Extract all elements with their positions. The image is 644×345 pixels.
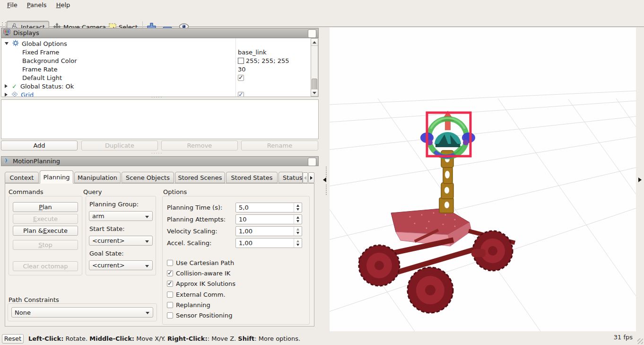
rename-display-button[interactable]: Rename [241,141,318,150]
collapse-arrow-icon[interactable] [5,93,8,97]
tab-stored-states[interactable]: Stored States [226,172,278,183]
tree-item-label: Global Status: Ok [20,83,74,90]
grid-checkbox[interactable] [238,92,244,97]
duplicate-display-button[interactable]: Duplicate [81,141,158,150]
frame-rate-value[interactable]: 30 [238,65,309,73]
spin-arrows[interactable] [294,215,302,224]
stop-button[interactable]: Stop [13,240,78,250]
scrollbar-up-button[interactable] [311,39,318,46]
menu-help[interactable]: Help [52,1,75,9]
rviz-window: File Panels Help Interact Move Camera Se… [0,0,644,345]
remove-display-button[interactable]: Remove [161,141,238,150]
motionplanning-icon [3,157,10,165]
scrollbar-down-button[interactable] [311,89,318,96]
motionplanning-panel-title: MotionPlanning [13,158,60,165]
menu-bar: File Panels Help [0,0,644,9]
approx-ik-solutions-option[interactable]: Approx IK Solutions [167,280,235,287]
tab-scene-objects[interactable]: Scene Objects [122,172,174,183]
tab-scroll-right-button[interactable] [308,172,314,183]
motionplanning-panel-float-button[interactable] [308,158,316,166]
tab-context[interactable]: Context [5,172,39,183]
tab-planning[interactable]: Planning [40,170,73,184]
displays-panel-header[interactable]: Displays [1,28,319,38]
use-cartesian-path-option[interactable]: Use Cartesian Path [167,259,234,266]
window-resize-grip[interactable] [637,338,643,344]
velocity-scaling-spinbox[interactable]: 1,00 [235,226,302,236]
fps-counter: 31 fps [614,334,633,341]
clear-octomap-button[interactable]: Clear octomap [13,261,78,271]
tree-row[interactable]: Global Options [1,39,235,48]
rover-robot [359,150,515,313]
scrollbar-thumb[interactable] [312,79,317,90]
use-cartesian-path-checkbox[interactable] [167,260,173,266]
grid-enabled-value[interactable] [238,90,309,97]
splitter-dots[interactable] [326,167,327,177]
head-base [435,144,460,147]
menu-panels[interactable]: Panels [23,1,51,9]
grid-display-icon [11,91,18,97]
splitter-dots[interactable] [326,185,327,195]
robot-arm-mast [439,150,453,213]
collapse-left-panel-icon[interactable] [323,177,326,182]
collapse-arrow-icon[interactable] [5,84,8,88]
menu-file[interactable]: File [3,1,22,9]
tree-item-label: Fixed Frame [22,49,59,56]
tree-row[interactable]: ✓ Global Status: Ok [1,82,235,90]
display-description-box [1,99,319,139]
spin-arrows[interactable] [294,203,302,212]
status-ok-check-icon: ✓ [12,83,17,90]
tree-row[interactable]: Background Color [1,56,235,65]
interactive-marker[interactable] [420,111,475,157]
background-color-value[interactable]: 255; 255; 255 [238,56,309,65]
spin-arrows[interactable] [294,227,302,236]
spin-arrows[interactable] [294,239,302,248]
collision-aware-ik-checkbox[interactable] [167,270,173,276]
tree-row[interactable]: Default Light [1,73,235,82]
plan-button[interactable]: Plan [13,202,78,212]
sensor-positioning-option[interactable]: Sensor Positioning [167,311,232,319]
marker-handle-purple[interactable] [463,140,469,145]
execute-button[interactable]: Execute [13,214,78,224]
path-constraints-combo[interactable]: None [11,307,153,318]
reset-button[interactable]: Reset [2,334,24,344]
displays-panel-float-button[interactable] [308,29,316,38]
3d-viewport[interactable] [330,27,636,331]
external-comm-checkbox[interactable] [167,292,173,298]
start-state-combo[interactable]: <current> [89,236,153,246]
planning-attempts-spinbox[interactable]: 10 [235,214,302,224]
accel-scaling-spinbox[interactable]: 1,00 [235,238,302,248]
tree-row[interactable]: Fixed Frame [1,48,235,56]
tab-status[interactable]: Status [278,172,303,183]
tree-item-label: Global Options [22,40,67,47]
fixed-frame-value[interactable]: base_link [238,48,309,56]
tree-row[interactable]: Grid [1,90,235,97]
tab-manipulation[interactable]: Manipulation [74,172,121,183]
tab-scroll-left-button[interactable] [303,172,308,183]
planning-attempts-label: Planning Attempts: [167,216,226,223]
expand-arrow-icon[interactable] [5,42,9,45]
replanning-checkbox[interactable] [167,302,173,308]
sensor-positioning-checkbox[interactable] [167,312,173,318]
external-comm-option[interactable]: External Comm. [167,291,226,298]
panel-splitter-handle[interactable]: ····· [151,151,163,156]
marker-arrow-stem[interactable] [445,121,451,130]
replanning-option[interactable]: Replanning [167,301,210,309]
planning-group-combo[interactable]: arm [89,211,153,221]
tree-row[interactable]: Frame Rate [1,65,235,73]
motionplanning-panel-header[interactable]: MotionPlanning [1,156,319,166]
plan-and-execute-button[interactable]: Plan & Execute [13,226,78,236]
approx-ik-solutions-checkbox[interactable] [167,281,173,287]
default-light-value[interactable] [238,73,309,82]
tree-scrollbar[interactable] [311,38,318,97]
collision-aware-ik-option[interactable]: Collision-aware IK [167,269,230,277]
planning-time-spinbox[interactable]: 5,0 [235,203,302,212]
displays-tree[interactable]: Global Options Fixed Frame base_link Bac… [1,38,319,97]
planning-time-label: Planning Time (s): [167,204,222,211]
tab-stored-scenes[interactable]: Stored Scenes [175,172,225,183]
goal-state-combo[interactable]: <current> [89,260,153,270]
gear-icon [12,40,19,48]
options-heading: Options [163,188,187,195]
default-light-checkbox[interactable] [238,75,244,81]
expand-right-panel-icon[interactable] [638,177,642,182]
add-display-button[interactable]: Add [1,141,78,150]
